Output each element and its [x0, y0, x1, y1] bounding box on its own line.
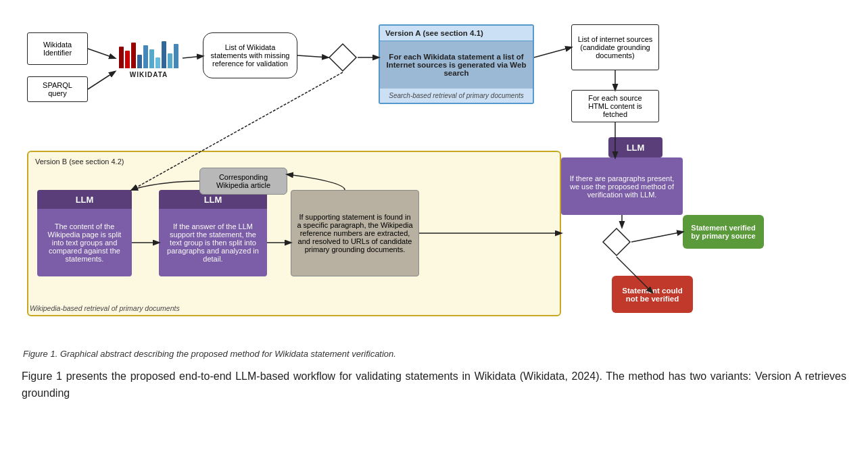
fetch-html-box: For each source HTML content is fetched [571, 90, 659, 122]
llm-b1-body: The content of the Wikipedia page is spl… [37, 209, 132, 276]
svg-line-5 [534, 47, 571, 57]
llm-right-label: LLM [608, 137, 662, 157]
statement-not-verified-box: Statement could not be verified [612, 276, 693, 313]
llm-b2-body-text: If the answer of the LLM support the sta… [163, 222, 263, 263]
wikidata-logo-text: WIKIDATA [130, 71, 168, 78]
svg-marker-16 [603, 228, 630, 255]
svg-line-2 [183, 56, 203, 58]
body-text: Figure 1 presents the proposed end-to-en… [20, 368, 848, 402]
svg-line-1 [88, 72, 115, 89]
diagram-area: Wikidata Identifier SPARQL query WIKIDAT… [20, 12, 848, 343]
wiki-article-label: Corresponding Wikipedia article [203, 173, 284, 189]
statement-verified-box: Statement verified by primary source [683, 215, 764, 249]
version-a-box: Version A (see section 4.1) For each Wik… [379, 24, 534, 104]
internet-sources-box: List of internet sources (candidate grou… [571, 24, 659, 70]
sparql-query-box: SPARQL query [27, 76, 88, 102]
list-statements-label: List of Wikidata statements with missing… [209, 43, 291, 68]
version-a-body-text: For each Wikidata statement a list of In… [385, 53, 527, 77]
version-a-body: For each Wikidata statement a list of In… [380, 41, 533, 89]
figure-caption: Figure 1. Graphical abstract describing … [20, 349, 848, 359]
supporting-statement-label: If supporting statement is found in a sp… [297, 213, 413, 253]
supporting-statement-box: If supporting statement is found in a sp… [291, 190, 419, 276]
version-b-title: Version B (see section 4.2) [35, 157, 553, 166]
llm-b2-body: If the answer of the LLM support the sta… [159, 209, 267, 276]
llm-b1-body-text: The content of the Wikipedia page is spl… [41, 222, 128, 263]
wikidata-identifier-box: Wikidata Identifier [27, 32, 88, 65]
main-decision-diamond [328, 43, 358, 72]
llm-verify-label: If there are paragraphs present, we use … [565, 174, 679, 199]
fetch-html-label: For each source HTML content is fetched [577, 94, 653, 118]
wikidata-id-label: Wikidata Identifier [33, 41, 82, 57]
llm-verify-box: If there are paragraphs present, we use … [561, 157, 683, 215]
sparql-label: SPARQL query [33, 81, 82, 97]
svg-line-0 [88, 49, 115, 58]
statement-not-verified-label: Statement could not be verified [616, 287, 689, 303]
internet-sources-label: List of internet sources (candidate grou… [577, 35, 653, 59]
statement-verified-label: Statement verified by primary source [687, 224, 760, 240]
svg-line-9 [631, 232, 683, 242]
wiki-article-box: Corresponding Wikipedia article [199, 168, 287, 195]
version-a-footer: Search-based retrieval of primary docume… [380, 89, 533, 103]
wikidata-bars [119, 39, 178, 68]
svg-marker-15 [329, 44, 356, 71]
svg-line-3 [297, 55, 328, 57]
version-b-footer: Wikipedia-based retrieval of primary doc… [30, 304, 180, 312]
version-a-header: Version A (see section 4.1) [380, 26, 533, 41]
right-decision-diamond [602, 227, 631, 257]
wikidata-logo: WIKIDATA [115, 31, 183, 85]
llm-b1-header: LLM [37, 190, 132, 209]
list-statements-box: List of Wikidata statements with missing… [203, 32, 297, 78]
